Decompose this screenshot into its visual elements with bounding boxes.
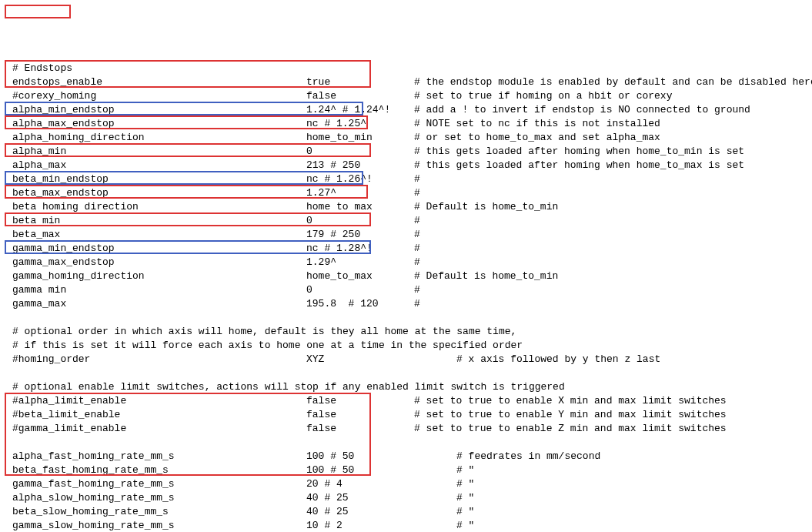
highlight-box bbox=[5, 5, 71, 18]
config-value: nc # 1.25^ bbox=[306, 117, 366, 131]
config-comment: # or set to home_to_max and set alpha_ma… bbox=[414, 131, 660, 145]
config-comment: # x axis followed by y then z last bbox=[456, 353, 660, 366]
config-comment: # NOTE set to nc if this is not installe… bbox=[414, 117, 660, 131]
config-comment: # this gets loaded after homing when hom… bbox=[414, 145, 744, 159]
config-value: home to max bbox=[306, 200, 373, 214]
config-key: beta homing direction bbox=[12, 200, 139, 214]
config-key: # Endstops bbox=[12, 62, 72, 75]
config-key: #alpha_limit_enable bbox=[12, 394, 126, 408]
config-comment: # bbox=[414, 256, 420, 269]
config-line: gamma_fast_homing_rate_mm_s20 # 4# " bbox=[6, 477, 806, 491]
config-key: alpha_max_endstop bbox=[12, 117, 115, 131]
config-line: gamma_homing_directionhome_to_max# Defau… bbox=[6, 269, 806, 283]
config-line: #beta_limit_enablefalse# set to true to … bbox=[6, 408, 806, 422]
config-value: false bbox=[306, 394, 336, 408]
config-line: alpha_max213 # 250# this gets loaded aft… bbox=[6, 159, 806, 172]
config-value: 213 # 250 bbox=[306, 159, 360, 172]
config-value: false bbox=[306, 422, 336, 436]
config-value: home_to_max bbox=[306, 269, 373, 283]
config-value: 20 # 4 bbox=[306, 477, 343, 491]
config-value: nc # 1.26^! bbox=[306, 172, 373, 186]
config-comment: # set to true to enable Z min and max li… bbox=[414, 422, 727, 436]
config-comment: # " bbox=[456, 505, 474, 519]
config-line: # Endstops bbox=[6, 62, 806, 75]
config-line: alpha_slow_homing_rate_mm_s40 # 25# " bbox=[6, 491, 806, 505]
config-key: alpha_homing_direction bbox=[12, 131, 145, 145]
config-value: 100 # 50 bbox=[306, 463, 354, 477]
config-comment: # bbox=[414, 297, 420, 311]
config-comment: # " bbox=[456, 519, 474, 532]
config-line: endstops_enabletrue# the endstop module … bbox=[6, 75, 806, 89]
config-value: 1.24^ # 1.24^! bbox=[306, 103, 390, 117]
config-value: home_to_min bbox=[306, 131, 373, 145]
config-line: # if this is set it will force each axis… bbox=[6, 339, 806, 353]
config-comment: # " bbox=[456, 463, 474, 477]
config-comment: # " bbox=[456, 477, 474, 491]
config-key: beta_fast_homing_rate_mm_s bbox=[12, 463, 169, 477]
config-comment: # bbox=[414, 186, 420, 200]
config-key: endstops_enable bbox=[12, 75, 102, 89]
config-key: alpha_fast_homing_rate_mm_s bbox=[12, 450, 175, 463]
config-key: beta min bbox=[12, 214, 60, 228]
config-line: beta min0# bbox=[6, 214, 806, 228]
config-line: gamma min0# bbox=[6, 283, 806, 297]
config-value: 1.27^ bbox=[306, 186, 336, 200]
config-comment: # Default is home_to_min bbox=[414, 200, 558, 214]
config-value: 179 # 250 bbox=[306, 228, 360, 242]
config-key: alpha_min bbox=[12, 145, 66, 159]
config-value: 195.8 # 120 bbox=[306, 297, 379, 311]
config-value: false bbox=[306, 408, 336, 422]
config-value: false bbox=[306, 89, 336, 103]
config-line: gamma_min_endstopnc # 1.28^!# bbox=[6, 242, 806, 256]
config-value: 40 # 25 bbox=[306, 491, 349, 505]
config-key: beta_max_endstop bbox=[12, 186, 109, 200]
config-comment: # bbox=[414, 214, 420, 228]
config-comment: # the endstop module is enabled by defau… bbox=[414, 75, 812, 89]
config-line bbox=[6, 366, 806, 380]
config-line: beta_max_endstop1.27^# bbox=[6, 186, 806, 200]
config-value: 0 bbox=[306, 283, 312, 297]
config-line: alpha_min0# this gets loaded after homin… bbox=[6, 145, 806, 159]
config-line: alpha_min_endstop1.24^ # 1.24^!# add a !… bbox=[6, 103, 806, 117]
config-comment: # bbox=[414, 283, 420, 297]
config-line: #alpha_limit_enablefalse# set to true to… bbox=[6, 394, 806, 408]
config-line: alpha_homing_directionhome_to_min# or se… bbox=[6, 131, 806, 145]
config-key: alpha_slow_homing_rate_mm_s bbox=[12, 491, 175, 505]
config-key: gamma_max bbox=[12, 297, 66, 311]
config-line: alpha_max_endstopnc # 1.25^# NOTE set to… bbox=[6, 117, 806, 131]
config-comment: # " bbox=[456, 491, 474, 505]
config-comment: # bbox=[414, 228, 420, 242]
config-line: #homing_orderXYZ# x axis followed by y t… bbox=[6, 353, 806, 366]
config-key: # optional enable limit switches, action… bbox=[12, 380, 565, 394]
config-key: beta_max bbox=[12, 228, 60, 242]
config-key: # optional order in which axis will home… bbox=[12, 325, 516, 339]
config-line: gamma_slow_homing_rate_mm_s10 # 2# " bbox=[6, 519, 806, 532]
config-comment: # set to true to enable Y min and max li… bbox=[414, 408, 727, 422]
config-key: beta_min_endstop bbox=[12, 172, 109, 186]
config-value: true bbox=[306, 75, 330, 89]
config-value: 0 bbox=[306, 214, 312, 228]
config-key: gamma min bbox=[12, 283, 66, 297]
config-comment: # feedrates in mm/second bbox=[456, 450, 600, 463]
config-key: gamma_max_endstop bbox=[12, 256, 115, 269]
config-comment: # add a ! to invert if endstop is NO con… bbox=[414, 103, 750, 117]
config-value: 40 # 25 bbox=[306, 505, 349, 519]
config-value: 1.29^ bbox=[306, 256, 336, 269]
config-key: # if this is set it will force each axis… bbox=[12, 339, 523, 353]
config-line bbox=[6, 436, 806, 450]
config-key: gamma_homing_direction bbox=[12, 269, 145, 283]
config-text: # Endstopsendstops_enabletrue# the endst… bbox=[6, 62, 806, 532]
config-line: # optional order in which axis will home… bbox=[6, 325, 806, 339]
config-value: nc # 1.28^! bbox=[306, 242, 373, 256]
config-comment: # set to true to enable X min and max li… bbox=[414, 394, 727, 408]
config-key: #corexy_homing bbox=[12, 89, 96, 103]
config-key: #homing_order bbox=[12, 353, 90, 366]
config-line: gamma_max_endstop1.29^# bbox=[6, 256, 806, 269]
config-line: beta_min_endstopnc # 1.26^!# bbox=[6, 172, 806, 186]
config-key: gamma_min_endstop bbox=[12, 242, 115, 256]
config-line bbox=[6, 311, 806, 325]
config-line: beta homing directionhome to max# Defaul… bbox=[6, 200, 806, 214]
config-value: 0 bbox=[306, 145, 312, 159]
config-value: 10 # 2 bbox=[306, 519, 343, 532]
config-line: #gamma_limit_enablefalse# set to true to… bbox=[6, 422, 806, 436]
